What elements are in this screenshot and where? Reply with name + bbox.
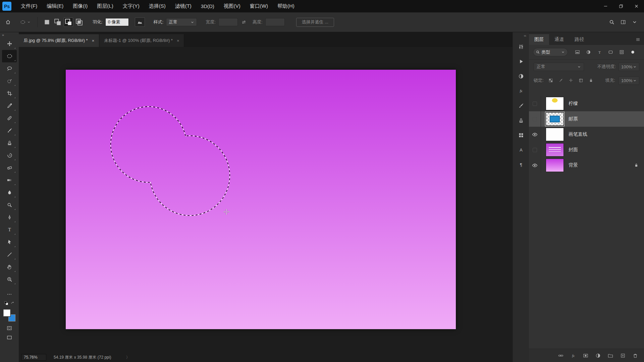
menu-item-10[interactable]: 窗口(W): [245, 0, 273, 12]
eyedropper-tool[interactable]: [2, 100, 17, 112]
line-tool[interactable]: [2, 248, 17, 261]
toolstrip-collapse-icon[interactable]: »: [0, 32, 6, 38]
layer-thumbnail[interactable]: [546, 143, 564, 157]
panel-tab-路径[interactable]: 路径: [569, 34, 589, 45]
width-input[interactable]: [218, 18, 238, 26]
menu-item-9[interactable]: 视图(V): [219, 0, 245, 12]
layer-thumbnail[interactable]: [546, 112, 564, 126]
style-select[interactable]: 正常: [166, 18, 197, 26]
pen-tool[interactable]: [2, 211, 17, 224]
eye-toggle-empty[interactable]: [529, 111, 541, 127]
clone-source-panel-icon[interactable]: [515, 115, 527, 125]
restore-button[interactable]: [613, 0, 629, 12]
menu-item-7[interactable]: 滤镜(T): [170, 0, 196, 12]
panel-tab-图层[interactable]: 图层: [529, 34, 549, 45]
close-icon[interactable]: ×: [177, 38, 179, 43]
lock-artboard-icon[interactable]: [577, 77, 585, 84]
lock-position-icon[interactable]: [567, 77, 575, 84]
home-icon[interactable]: [5, 19, 11, 25]
lock-pixels-icon[interactable]: [557, 77, 565, 84]
swap-dimensions-icon[interactable]: [241, 19, 247, 25]
ellipse-marquee-tool[interactable]: [2, 50, 17, 62]
quick-selection-tool[interactable]: [2, 75, 17, 87]
opacity-field[interactable]: 100%: [619, 63, 639, 71]
lock-all-icon[interactable]: [587, 77, 595, 84]
eraser-tool[interactable]: [2, 162, 17, 174]
menu-item-2[interactable]: 编辑(E): [42, 0, 68, 12]
layer-styles-icon[interactable]: fx: [569, 352, 577, 360]
layer-thumbnail[interactable]: [546, 97, 564, 110]
quick-mask-icon[interactable]: [7, 325, 12, 331]
menu-item-6[interactable]: 选择(S): [144, 0, 170, 12]
status-menu-chevron[interactable]: 〉: [126, 355, 130, 360]
actions-panel-icon[interactable]: [515, 56, 527, 66]
anti-alias-toggle[interactable]: [135, 17, 145, 27]
menu-item-3[interactable]: 图像(I): [68, 0, 92, 12]
pixel-filter-icon[interactable]: [573, 48, 581, 56]
new-adjustment-icon[interactable]: [594, 352, 602, 360]
hand-tool[interactable]: [2, 261, 17, 273]
layer-thumbnail[interactable]: [546, 128, 564, 141]
layer-thumbnail[interactable]: [546, 159, 564, 172]
new-selection-button[interactable]: [42, 17, 52, 27]
brush-settings-panel-icon[interactable]: [515, 101, 527, 111]
type-tool[interactable]: T: [2, 224, 17, 236]
history-brush-tool[interactable]: [2, 149, 17, 162]
dodge-tool[interactable]: [2, 199, 17, 211]
path-select-tool[interactable]: [2, 236, 17, 248]
close-button[interactable]: [629, 0, 644, 12]
type-filter-icon[interactable]: T: [595, 48, 603, 56]
canvas-document[interactable]: [66, 70, 456, 329]
eye-icon[interactable]: [529, 127, 541, 142]
panel-tab-通道[interactable]: 通道: [549, 34, 569, 45]
lasso-tool[interactable]: [2, 62, 17, 75]
foreground-color-swatch[interactable]: [3, 309, 10, 316]
new-group-icon[interactable]: [606, 352, 614, 360]
styles-fx-panel-icon[interactable]: fx: [515, 86, 527, 96]
screen-mode-icon[interactable]: [7, 335, 12, 340]
tool-preset-button[interactable]: [18, 18, 33, 26]
height-input[interactable]: [265, 18, 285, 26]
add-mask-icon[interactable]: [582, 352, 590, 360]
menu-item-4[interactable]: 图层(L): [92, 0, 118, 12]
fill-field[interactable]: 100%: [619, 76, 639, 85]
adjustments-panel-icon[interactable]: [515, 71, 527, 81]
brush-tool[interactable]: [2, 124, 17, 137]
workspace-icon[interactable]: [621, 19, 626, 25]
panel-menu-icon[interactable]: [635, 37, 641, 42]
search-icon[interactable]: [609, 19, 614, 25]
adjustment-filter-icon[interactable]: [584, 48, 592, 56]
feather-input[interactable]: 0 像素: [105, 18, 129, 26]
dock-expand-icon[interactable]: ‹‹: [521, 32, 529, 38]
chevron-down-icon[interactable]: [632, 19, 637, 25]
zoom-level-field[interactable]: 75.76%: [21, 354, 46, 361]
delete-layer-icon[interactable]: [631, 352, 639, 360]
document-tab-1[interactable]: 后.jpg @ 75.8% (邮票, RGB/8#) *×: [19, 34, 99, 47]
intersect-selection-button[interactable]: [74, 17, 84, 27]
paragraph-panel-icon[interactable]: ¶: [515, 160, 527, 170]
filter-toggle-icon[interactable]: [629, 48, 637, 56]
new-layer-icon[interactable]: [619, 352, 627, 360]
layer-row-背景[interactable]: 背景: [529, 158, 644, 173]
menu-item-11[interactable]: 帮助(H): [273, 0, 299, 12]
select-and-mask-button[interactable]: 选择并遮住 ...: [296, 18, 334, 27]
blend-mode-select[interactable]: 正常: [534, 63, 584, 71]
gradient-tool[interactable]: [2, 174, 17, 186]
menu-item-8[interactable]: 3D(D): [196, 0, 219, 12]
layer-row-柠檬[interactable]: 柠檬: [529, 96, 644, 111]
add-selection-button[interactable]: [53, 17, 62, 27]
link-layers-icon[interactable]: [557, 352, 565, 360]
close-icon[interactable]: ×: [92, 38, 95, 43]
selection-marching-ants[interactable]: [111, 107, 230, 216]
lock-transparent-icon[interactable]: [547, 77, 554, 84]
subtract-selection-button[interactable]: [64, 17, 73, 27]
zoom-tool[interactable]: [2, 273, 17, 286]
edit-toolbar-icon[interactable]: [7, 292, 12, 297]
move-tool[interactable]: [2, 38, 17, 50]
menu-item-1[interactable]: 文件(F): [16, 0, 42, 12]
libraries-panel-icon[interactable]: [515, 130, 527, 140]
clone-stamp-tool[interactable]: [2, 137, 17, 149]
layer-row-封面[interactable]: 封面: [529, 142, 644, 158]
menu-item-5[interactable]: 文字(Y): [118, 0, 144, 12]
swap-colors-icon[interactable]: [10, 301, 15, 305]
